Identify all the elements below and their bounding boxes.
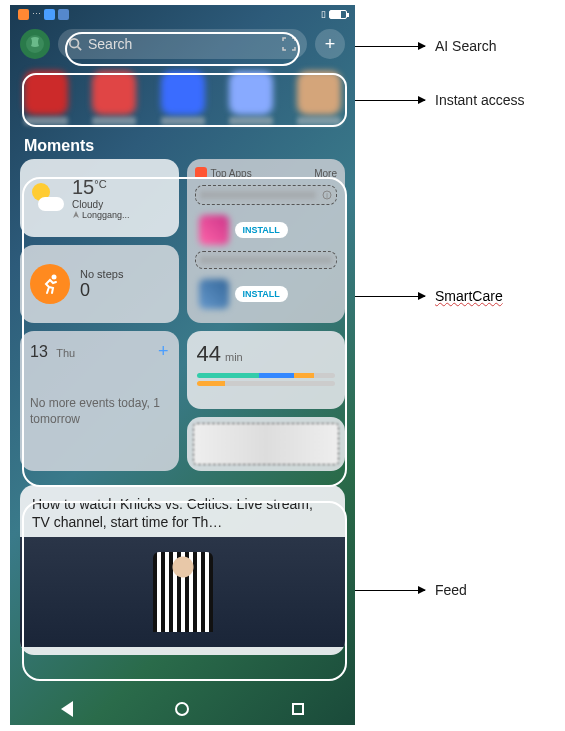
svg-point-5	[52, 275, 57, 280]
nav-back-icon[interactable]	[61, 701, 73, 717]
vibrate-icon: ▯	[321, 9, 326, 19]
annotation-label-feed: Feed	[435, 582, 467, 598]
status-notif-icon	[18, 9, 29, 20]
search-placeholder: Search	[88, 36, 132, 52]
calendar-card[interactable]: 13 Thu + No more events today, 1 tomorro…	[20, 331, 179, 471]
steps-label: No steps	[80, 268, 123, 280]
instant-app-2[interactable]	[92, 71, 136, 115]
nav-home-icon[interactable]	[175, 702, 189, 716]
running-icon	[30, 264, 70, 304]
top-apps-icon	[195, 167, 207, 179]
instant-app-3[interactable]	[161, 71, 205, 115]
instant-labels	[10, 117, 355, 131]
status-dots-icon: ⋯	[32, 9, 41, 19]
calendar-day: Thu	[56, 347, 75, 359]
annotation-feed: Feed	[355, 582, 467, 598]
steps-count: 0	[80, 280, 123, 301]
top-app-thumb-2[interactable]	[199, 279, 229, 309]
annotation-label-instant: Instant access	[435, 92, 525, 108]
top-app-row-2	[195, 251, 338, 269]
navigation-bar	[10, 693, 355, 725]
feed-card[interactable]: How to watch Knicks vs. Celtics: Live st…	[20, 485, 345, 655]
calendar-date: 13	[30, 343, 48, 360]
search-icon	[68, 37, 82, 51]
user-avatar[interactable]	[20, 29, 50, 59]
steps-card[interactable]: No steps 0	[20, 245, 179, 323]
phone-screen: ⋯ ▯ Search + Moments	[10, 5, 355, 725]
instant-app-1[interactable]	[24, 71, 68, 115]
screen-time-value: 44	[197, 341, 221, 367]
annotation-ai-search: AI Search	[355, 38, 496, 54]
weather-condition: Cloudy	[72, 199, 130, 210]
search-row: Search +	[10, 23, 355, 65]
battery-icon	[329, 10, 347, 19]
svg-text:i: i	[326, 192, 328, 199]
instant-access-row	[10, 65, 355, 117]
weather-card[interactable]: 15 °C Cloudy Longgang...	[20, 159, 179, 237]
screen-time-bar-1	[197, 373, 336, 378]
annotation-instant-access: Instant access	[355, 92, 525, 108]
search-input[interactable]: Search	[58, 29, 307, 59]
weather-temp: 15	[72, 176, 94, 199]
status-app2-icon	[58, 9, 69, 20]
map-card[interactable]	[187, 417, 346, 471]
weather-icon	[30, 181, 64, 215]
screen-time-bar-2	[197, 381, 336, 386]
add-button[interactable]: +	[315, 29, 345, 59]
status-bar: ⋯ ▯	[10, 5, 355, 23]
feed-headline: How to watch Knicks vs. Celtics: Live st…	[20, 485, 345, 537]
weather-location: Longgang...	[82, 210, 130, 220]
status-app1-icon	[44, 9, 55, 20]
top-apps-card[interactable]: Top Apps More i INSTALL INSTALL	[187, 159, 346, 323]
referee-figure	[153, 552, 213, 632]
top-app-row-1: i	[195, 185, 338, 205]
instant-app-5[interactable]	[297, 71, 341, 115]
calendar-add-button[interactable]: +	[158, 341, 169, 362]
scan-icon[interactable]	[281, 36, 297, 52]
location-icon	[72, 211, 80, 219]
info-icon[interactable]: i	[322, 190, 332, 200]
map-preview	[193, 423, 340, 465]
screen-time-unit: min	[225, 351, 243, 363]
svg-point-1	[70, 39, 79, 48]
svg-line-2	[78, 47, 82, 51]
top-apps-title: Top Apps	[211, 168, 252, 179]
annotation-smartcare: SmartCare	[355, 288, 503, 304]
feed-image	[20, 537, 345, 647]
smartcare-grid: 15 °C Cloudy Longgang... Top Apps More	[10, 159, 355, 471]
nav-recent-icon[interactable]	[292, 703, 304, 715]
instant-app-4[interactable]	[229, 71, 273, 115]
top-app-thumb-1[interactable]	[199, 215, 229, 245]
annotation-label-ai-search: AI Search	[435, 38, 496, 54]
calendar-body: No more events today, 1 tomorrow	[30, 362, 169, 461]
moments-title: Moments	[10, 131, 355, 159]
annotation-label-smartcare: SmartCare	[435, 288, 503, 304]
install-button-1[interactable]: INSTALL	[235, 222, 288, 238]
weather-unit: °C	[94, 178, 106, 190]
install-button-2[interactable]: INSTALL	[235, 286, 288, 302]
top-apps-more[interactable]: More	[314, 168, 337, 179]
screen-time-card[interactable]: 44 min	[187, 331, 346, 409]
